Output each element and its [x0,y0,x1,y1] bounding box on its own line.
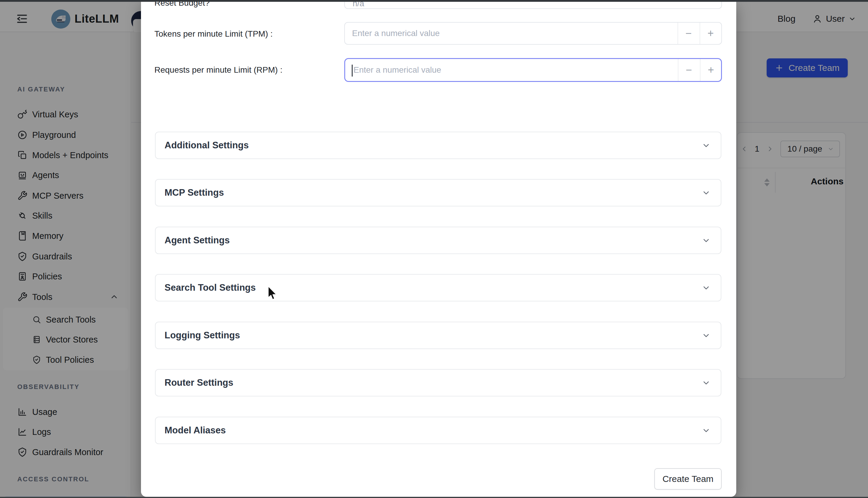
tpm-input[interactable] [345,23,673,44]
rpm-input[interactable] [345,59,673,81]
increment-button[interactable]: + [700,23,722,44]
window-top-edge [0,0,868,2]
reset-budget-label: Reset Budget? [154,2,209,8]
create-team-modal: Reset Budget? n/a Tokens per minute Limi… [141,2,736,497]
modal-create-team-button[interactable]: Create Team [654,468,722,490]
tpm-label: Tokens per minute Limit (TPM) : [154,29,273,39]
accordion-agent-settings[interactable]: Agent Settings [155,227,722,254]
text-cursor [352,65,353,77]
reset-budget-select[interactable]: n/a [344,2,722,9]
rpm-label: Requests per minute Limit (RPM) : [154,65,282,75]
chevron-down-icon [702,188,711,197]
chevron-down-icon [702,236,711,245]
accordion-title: Model Aliases [165,425,226,436]
accordion-title: Additional Settings [165,140,248,151]
increment-button[interactable]: + [700,59,722,81]
mouse-cursor [267,286,278,301]
chevron-down-icon [702,426,711,435]
chevron-down-icon [702,378,711,387]
decrement-button[interactable]: − [678,59,700,81]
accordion-title: MCP Settings [165,187,224,198]
accordion-additional-settings[interactable]: Additional Settings [155,132,722,159]
reset-budget-value: n/a [353,2,364,8]
chevron-down-icon [702,331,711,340]
window-bottom-edge [0,497,868,498]
app-screen: LiteLLM Blog User AI GATEWAY Virtual Key… [0,0,868,498]
chevron-down-icon [706,2,714,4]
accordion-title: Search Tool Settings [165,283,256,293]
accordion-mcp-settings[interactable]: MCP Settings [155,179,722,206]
accordion-search-tool-settings[interactable]: Search Tool Settings [155,274,722,301]
accordion-title: Logging Settings [165,330,240,341]
chevron-down-icon [702,141,711,150]
accordion-title: Router Settings [165,377,233,388]
chevron-down-icon [702,283,711,292]
accordion-model-aliases[interactable]: Model Aliases [155,417,722,444]
accordion-title: Agent Settings [165,235,230,246]
accordion-router-settings[interactable]: Router Settings [155,369,722,396]
tpm-input-group: − + [344,22,722,45]
decrement-button[interactable]: − [678,23,700,44]
accordion-logging-settings[interactable]: Logging Settings [155,322,722,349]
rpm-input-group: − + [344,58,722,82]
